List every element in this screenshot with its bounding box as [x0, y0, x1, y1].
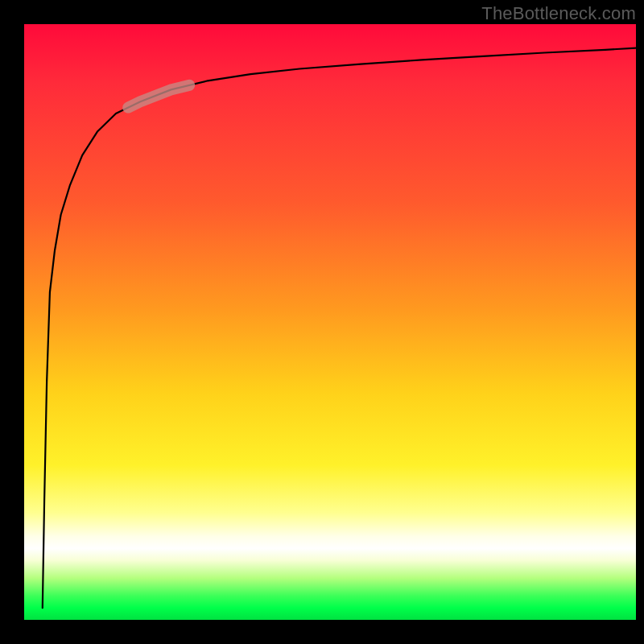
- plot-area: [24, 24, 636, 620]
- highlight-segment: [128, 85, 189, 108]
- curve-layer: [24, 24, 636, 620]
- chart-frame: TheBottleneck.com: [0, 0, 644, 644]
- watermark-text: TheBottleneck.com: [481, 3, 636, 24]
- bottleneck-curve: [43, 48, 636, 609]
